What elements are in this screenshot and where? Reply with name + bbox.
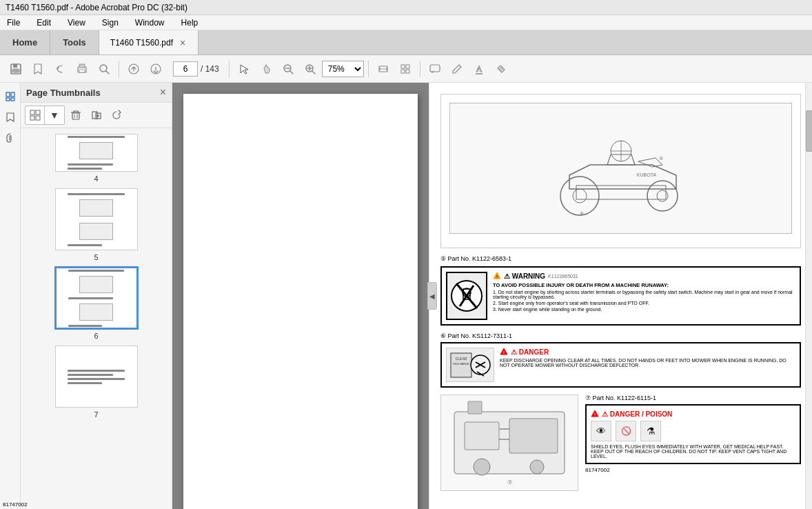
prev-page-button[interactable] [123, 59, 144, 79]
svg-rect-71 [468, 401, 482, 414]
menu-sign[interactable]: Sign [98, 17, 123, 29]
tab-close-button[interactable]: × [179, 37, 187, 48]
thumb-line [68, 270, 124, 272]
svg-rect-20 [406, 65, 409, 68]
svg-rect-2 [12, 69, 19, 72]
svg-point-44 [573, 189, 587, 203]
warning-header-1: ! ⚠ WARNING K1122865031 [493, 272, 795, 280]
thumbnail-label-4: 4 [94, 174, 98, 183]
part7-caption: ⑦ Part No. K1122-6115-1 [585, 395, 801, 401]
thumbnail-page-4[interactable]: 4 [55, 134, 138, 183]
tab-bar: Home Tools T1460 T1560.pdf × [0, 30, 812, 55]
svg-rect-1 [13, 64, 17, 68]
menu-bar: File Edit View Sign Window Help [0, 15, 812, 30]
page-number-input[interactable] [173, 61, 198, 77]
svg-text:KUBOTA: KUBOTA [636, 172, 656, 177]
comment-button[interactable] [425, 59, 445, 79]
svg-point-68 [530, 460, 544, 474]
svg-rect-65 [465, 422, 499, 450]
search-button[interactable] [94, 59, 114, 79]
zoom-in-button[interactable] [300, 59, 321, 79]
danger-no-icon: 🚫 [616, 421, 636, 441]
zoom-out-button[interactable] [278, 59, 298, 79]
sidebar-collapse-arrow[interactable]: ◀ [427, 282, 437, 310]
danger-poison-title: ⚠ DANGER / POISON [602, 410, 672, 418]
zoom-select[interactable]: 75% 50% 100% 125% 150% [322, 61, 364, 77]
delete-page-button[interactable] [66, 106, 85, 124]
menu-help[interactable]: Help [177, 17, 203, 29]
svg-text:⑦: ⑦ [507, 479, 512, 486]
svg-rect-26 [6, 92, 10, 97]
cursor-tool-button[interactable] [234, 59, 254, 79]
tab-tools[interactable]: Tools [50, 30, 99, 54]
tab-home[interactable]: Home [0, 30, 50, 54]
pen-button[interactable] [447, 59, 467, 79]
rotate-page-button[interactable] [108, 106, 127, 124]
svg-rect-31 [36, 110, 40, 114]
thumbnail-image-5 [55, 188, 138, 250]
document-gray-area: ◀ [172, 83, 429, 509]
svg-text:!: ! [496, 275, 498, 279]
svg-rect-46 [576, 186, 666, 199]
stamp-button[interactable] [491, 59, 511, 79]
hand-tool-button[interactable] [256, 59, 276, 79]
svg-point-42 [560, 177, 599, 215]
thumbnails-panel-close[interactable]: × [160, 87, 166, 98]
danger-poison-text: SHIELD EYES, FLUSH EYES IMMEDIATELY WITH… [591, 444, 795, 459]
menu-file[interactable]: File [3, 17, 24, 29]
attachments-panel-icon[interactable] [2, 130, 19, 146]
danger-header-1: ! ⚠ DANGER [500, 348, 795, 356]
separator-2 [229, 61, 230, 77]
thumb-line [68, 168, 101, 170]
svg-rect-33 [36, 116, 40, 120]
danger-poison-content: ! ⚠ DANGER / POISON 👁 🚫 ⚗ SHIELD EYES, F… [585, 404, 801, 464]
bookmarks-panel-icon[interactable] [2, 109, 19, 126]
thumbnail-grid-button[interactable] [26, 106, 45, 124]
back-button[interactable] [50, 59, 70, 79]
thumb-line [68, 163, 113, 166]
danger-icon-1: CLEAR DISCHARGE [446, 348, 494, 382]
thumb-line [68, 382, 101, 384]
bookmark-button[interactable] [28, 59, 48, 79]
thumb-line [68, 370, 124, 372]
thumbnail-image-7 [55, 346, 138, 408]
danger-text-1: ! ⚠ DANGER KEEP DISCHARGE OPENING CLEAR … [500, 348, 795, 382]
save-button[interactable] [6, 59, 26, 79]
pages-panel-icon[interactable] [2, 88, 19, 105]
warning-icon-1 [446, 272, 487, 320]
highlight-button[interactable] [469, 59, 489, 79]
thumb-line [68, 297, 113, 299]
thumbnail-page-7[interactable]: 7 [55, 346, 138, 419]
danger-poison-header: ! ⚠ DANGER / POISON [591, 410, 795, 418]
next-page-button[interactable] [145, 59, 166, 79]
menu-view[interactable]: View [63, 17, 90, 29]
thumbnail-page-6[interactable]: 6 [55, 267, 138, 340]
thumb-box [79, 223, 113, 240]
svg-point-67 [474, 459, 490, 475]
select-tool-button[interactable] [395, 59, 416, 79]
thumbnail-page-5[interactable]: 5 [55, 188, 138, 261]
danger-main-text: KEEP DISCHARGE OPENING CLEAR AT ALL TIME… [500, 358, 795, 368]
document-canvas [172, 83, 429, 509]
window-title: T1460 T1560.pdf - Adobe Acrobat Pro DC (… [6, 3, 187, 12]
svg-rect-32 [30, 116, 34, 120]
svg-line-16 [312, 71, 315, 74]
menu-window[interactable]: Window [131, 17, 169, 29]
left-icon-bar [0, 83, 21, 509]
danger-title-1: ⚠ DANGER [511, 348, 549, 356]
svg-text:CLEAR: CLEAR [456, 357, 467, 361]
print-button[interactable] [72, 59, 92, 79]
thumb-box [79, 303, 112, 321]
sidebar-scrollbar[interactable] [805, 83, 812, 509]
svg-rect-29 [11, 98, 14, 101]
danger-poison-box: ⑦ Part No. K1122-6115-1 ! ⚠ DANGER / POI… [585, 395, 801, 491]
insert-page-button[interactable] [87, 106, 106, 124]
fit-page-button[interactable] [373, 59, 394, 79]
tab-file[interactable]: T1460 T1560.pdf × [99, 30, 199, 54]
tab-file-label: T1460 T1560.pdf [110, 38, 173, 48]
thumbnail-dropdown-button[interactable]: ▼ [45, 106, 64, 124]
svg-rect-28 [6, 98, 10, 101]
fig-number-label: 81747002 [585, 467, 801, 473]
document-page [183, 94, 418, 509]
menu-edit[interactable]: Edit [32, 17, 55, 29]
